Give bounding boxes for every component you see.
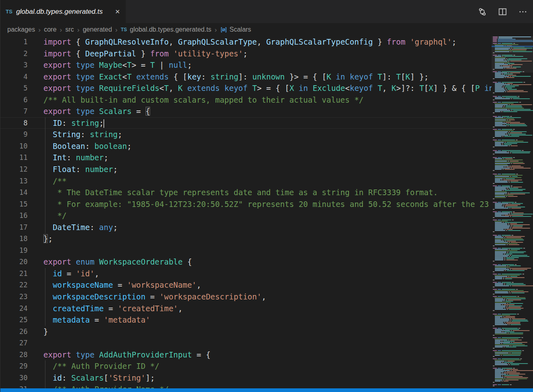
code-line[interactable]: 23 workspaceDescription = 'workspaceDesc…: [0, 291, 492, 303]
code-line[interactable]: 5export type RequireFields<T, K extends …: [0, 82, 492, 94]
tab-title: global.db.types.generated.ts: [16, 8, 110, 16]
code-line-text: export enum WorkspaceOrderable {: [28, 256, 192, 268]
status-bar[interactable]: [0, 388, 533, 392]
code-line[interactable]: 26}: [0, 326, 492, 338]
breadcrumb-item-src[interactable]: src: [65, 26, 74, 33]
code-line[interactable]: 4export type Exact<T extends { [key: str…: [0, 71, 492, 83]
line-number: 15: [0, 198, 28, 210]
line-number: 7: [0, 106, 28, 117]
breadcrumb-separator-icon: ›: [115, 26, 118, 33]
code-line[interactable]: 13 /**: [0, 175, 492, 187]
indent-guide: [45, 187, 45, 198]
code-line[interactable]: 8 ID: string;: [0, 117, 492, 129]
window-left-border: [0, 0, 0, 392]
code-line[interactable]: 11 Int: number;: [0, 152, 492, 164]
tab-global-db-types-generated-ts[interactable]: TS global.db.types.generated.ts ✕: [0, 0, 126, 23]
indent-guide: [45, 268, 45, 280]
code-line[interactable]: 16 */: [0, 210, 492, 222]
line-number: 13: [0, 175, 28, 187]
split-editor-icon[interactable]: [498, 7, 507, 16]
code-line[interactable]: 1import { GraphQLResolveInfo, GraphQLSca…: [0, 36, 492, 48]
line-number: 17: [0, 222, 28, 233]
code-line[interactable]: 31 /** Auth Provider Name */: [0, 383, 492, 388]
code-line-text: createdTime = 'createdTime',: [28, 303, 183, 314]
code-line[interactable]: 10 Boolean: boolean;: [0, 140, 492, 152]
line-number: 9: [0, 129, 28, 140]
code-line[interactable]: 24 createdTime = 'createdTime',: [0, 303, 492, 314]
breadcrumb-item-generated[interactable]: generated: [83, 26, 112, 33]
line-number: 30: [0, 372, 28, 384]
line-number: 28: [0, 349, 28, 361]
code-line-text: /** All built-in and custom scalars, map…: [28, 94, 363, 106]
line-number: 23: [0, 291, 28, 303]
code-line[interactable]: 9 String: string;: [0, 129, 492, 140]
code-editor[interactable]: 1import { GraphQLResolveInfo, GraphQLSca…: [0, 36, 492, 388]
indent-guide: [45, 210, 45, 222]
code-line[interactable]: 17 DateTime: any;: [0, 222, 492, 233]
typescript-file-icon: TS: [6, 9, 13, 15]
breadcrumb-label: core: [44, 26, 56, 33]
close-tab-icon[interactable]: ✕: [113, 7, 122, 16]
symbol-type-icon: [220, 26, 227, 33]
code-line[interactable]: 7export type Scalars = {: [0, 106, 492, 117]
code-line[interactable]: 2import { DeepPartial } from 'utility-ty…: [0, 48, 492, 60]
line-number: 5: [0, 82, 28, 94]
code-line-text: workspaceName = 'workspaceName',: [28, 279, 201, 291]
line-number: 12: [0, 164, 28, 175]
code-line-text: DateTime: any;: [28, 222, 118, 233]
code-line-text: String: string;: [28, 129, 123, 140]
breadcrumb-item-core[interactable]: core: [44, 26, 56, 33]
code-line-text: export type RequireFields<T, K extends k…: [28, 82, 492, 94]
more-actions-icon[interactable]: [518, 7, 527, 16]
code-line[interactable]: 28export type AddAuthProviderInput = {: [0, 349, 492, 361]
line-number: 11: [0, 152, 28, 164]
line-number: 27: [0, 337, 28, 349]
code-line[interactable]: 6/** All built-in and custom scalars, ma…: [0, 94, 492, 106]
open-changes-icon[interactable]: [478, 7, 487, 16]
line-number: 3: [0, 59, 28, 71]
code-line[interactable]: 19: [0, 245, 492, 256]
line-number: 21: [0, 268, 28, 280]
code-line-text: workspaceDescription = 'workspaceDescrip…: [28, 291, 266, 303]
breadcrumb-item-packages[interactable]: packages: [7, 26, 35, 33]
code-line[interactable]: 25 metadata = 'metadata': [0, 314, 492, 326]
breadcrumb-label: generated: [83, 26, 112, 33]
indent-guide: [45, 372, 45, 384]
code-line[interactable]: 21 id = 'id',: [0, 268, 492, 280]
code-line[interactable]: 29 /** Auth Provider ID */: [0, 360, 492, 372]
code-line[interactable]: 15 * For example: "1985-04-12T23:20:50.5…: [0, 198, 492, 210]
code-line[interactable]: 14 * The DateTime scalar type represents…: [0, 187, 492, 198]
indent-guide: [45, 279, 45, 291]
line-number: 20: [0, 256, 28, 268]
code-line[interactable]: 20export enum WorkspaceOrderable {: [0, 256, 492, 268]
code-line-text: * For example: "1985-04-12T23:20:50.52Z"…: [28, 198, 489, 210]
indent-guide: [45, 198, 45, 210]
line-number: 22: [0, 279, 28, 291]
line-number: 2: [0, 48, 28, 60]
code-line-text: import { DeepPartial } from 'utility-typ…: [28, 48, 247, 60]
line-number: 18: [0, 233, 28, 245]
indent-guide: [45, 164, 45, 175]
line-number: 26: [0, 326, 28, 338]
breadcrumb-item-scalars[interactable]: Scalars: [220, 26, 251, 33]
code-line[interactable]: 30 id: Scalars['String'];: [0, 372, 492, 384]
code-line-text: ID: string;: [28, 117, 104, 129]
code-line-text: [28, 245, 43, 256]
breadcrumb-separator-icon: ›: [39, 26, 41, 33]
code-line[interactable]: 22 workspaceName = 'workspaceName',: [0, 279, 492, 291]
breadcrumb-label: Scalars: [230, 26, 251, 33]
code-line[interactable]: 3export type Maybe<T> = T | null;: [0, 59, 492, 71]
code-line[interactable]: 12 Float: number;: [0, 164, 492, 175]
indent-guide: [45, 314, 45, 326]
code-line[interactable]: 18};: [0, 233, 492, 245]
code-line-text: Int: number;: [28, 152, 108, 164]
breadcrumb-item-global-db-types-generated-ts[interactable]: TSglobal.db.types.generated.ts: [121, 26, 211, 33]
indent-guide: [45, 291, 45, 303]
code-line-text: [28, 337, 43, 349]
code-line[interactable]: 27: [0, 337, 492, 349]
indent-guide: [45, 383, 45, 388]
line-number: 16: [0, 210, 28, 222]
minimap[interactable]: [492, 36, 533, 388]
code-line-text: metadata = 'metadata': [28, 314, 150, 326]
code-line-text: Float: number;: [28, 164, 118, 175]
